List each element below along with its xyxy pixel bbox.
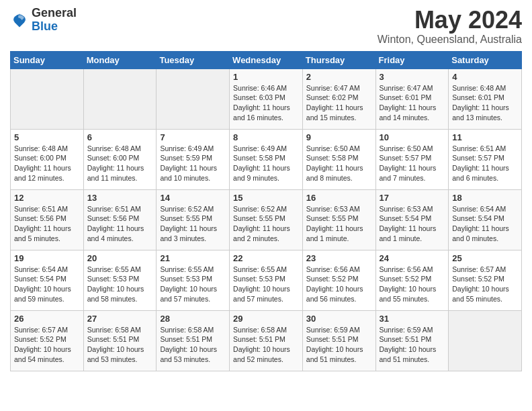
day-detail: Sunrise: 6:49 AM Sunset: 5:59 PM Dayligh… [160,144,226,183]
logo-blue: Blue [32,19,58,33]
calendar-cell: 19Sunrise: 6:54 AM Sunset: 5:54 PM Dayli… [11,250,84,310]
calendar-cell: 3Sunrise: 6:47 AM Sunset: 6:01 PM Daylig… [375,68,449,129]
calendar-cell: 18Sunrise: 6:54 AM Sunset: 5:54 PM Dayli… [449,189,522,250]
day-detail: Sunrise: 6:47 AM Sunset: 6:02 PM Dayligh… [306,83,372,123]
day-detail: Sunrise: 6:54 AM Sunset: 5:54 PM Dayligh… [14,265,80,304]
calendar-header: SundayMondayTuesdayWednesdayThursdayFrid… [11,51,522,68]
day-detail: Sunrise: 6:52 AM Sunset: 5:55 PM Dayligh… [160,204,226,244]
calendar-cell: 11Sunrise: 6:51 AM Sunset: 5:57 PM Dayli… [449,129,522,189]
calendar-cell: 25Sunrise: 6:57 AM Sunset: 5:52 PM Dayli… [449,250,522,310]
day-number: 7 [160,132,226,142]
day-number: 10 [380,132,445,142]
day-number: 17 [380,193,445,203]
calendar-cell: 21Sunrise: 6:55 AM Sunset: 5:53 PM Dayli… [157,250,230,310]
day-detail: Sunrise: 6:54 AM Sunset: 5:54 PM Dayligh… [452,204,518,244]
subtitle: Winton, Queensland, Australia [378,34,522,46]
calendar-cell: 26Sunrise: 6:57 AM Sunset: 5:52 PM Dayli… [11,310,84,371]
day-number: 13 [87,193,153,203]
day-detail: Sunrise: 6:49 AM Sunset: 5:58 PM Dayligh… [233,144,299,183]
day-detail: Sunrise: 6:53 AM Sunset: 5:54 PM Dayligh… [380,204,445,244]
day-detail: Sunrise: 6:58 AM Sunset: 5:51 PM Dayligh… [233,325,299,365]
calendar-week-3: 12Sunrise: 6:51 AM Sunset: 5:56 PM Dayli… [11,189,522,250]
calendar-cell: 23Sunrise: 6:56 AM Sunset: 5:52 PM Dayli… [302,250,375,310]
day-number: 8 [233,132,299,142]
logo-text: General Blue [32,7,77,34]
day-number: 21 [160,253,226,263]
calendar-cell: 7Sunrise: 6:49 AM Sunset: 5:59 PM Daylig… [157,129,230,189]
calendar-cell: 28Sunrise: 6:58 AM Sunset: 5:51 PM Dayli… [157,310,230,371]
day-detail: Sunrise: 6:50 AM Sunset: 5:57 PM Dayligh… [380,144,445,183]
day-number: 12 [14,193,80,203]
day-detail: Sunrise: 6:58 AM Sunset: 5:51 PM Dayligh… [87,325,153,365]
calendar-cell: 24Sunrise: 6:56 AM Sunset: 5:52 PM Dayli… [375,250,449,310]
calendar-cell: 6Sunrise: 6:48 AM Sunset: 6:00 PM Daylig… [83,129,157,189]
day-detail: Sunrise: 6:48 AM Sunset: 6:00 PM Dayligh… [87,144,153,183]
day-detail: Sunrise: 6:55 AM Sunset: 5:53 PM Dayligh… [160,265,226,304]
calendar-cell: 2Sunrise: 6:47 AM Sunset: 6:02 PM Daylig… [302,68,375,129]
day-detail: Sunrise: 6:57 AM Sunset: 5:52 PM Dayligh… [14,325,80,365]
page-header: General Blue May 2024 Winton, Queensland… [10,7,522,46]
day-number: 28 [160,314,226,324]
calendar-cell: 22Sunrise: 6:55 AM Sunset: 5:53 PM Dayli… [230,250,303,310]
day-detail: Sunrise: 6:51 AM Sunset: 5:57 PM Dayligh… [452,144,518,183]
day-number: 14 [160,193,226,203]
calendar-cell: 5Sunrise: 6:48 AM Sunset: 6:00 PM Daylig… [11,129,84,189]
day-detail: Sunrise: 6:59 AM Sunset: 5:51 PM Dayligh… [306,325,372,365]
day-number: 29 [233,314,299,324]
calendar-cell [11,68,84,129]
calendar-cell: 10Sunrise: 6:50 AM Sunset: 5:57 PM Dayli… [375,129,449,189]
header-row: SundayMondayTuesdayWednesdayThursdayFrid… [11,51,522,68]
day-number: 31 [380,314,445,324]
day-detail: Sunrise: 6:48 AM Sunset: 6:00 PM Dayligh… [14,144,80,183]
calendar-week-2: 5Sunrise: 6:48 AM Sunset: 6:00 PM Daylig… [11,129,522,189]
day-number: 15 [233,193,299,203]
header-day-wednesday: Wednesday [230,51,303,68]
header-day-thursday: Thursday [302,51,375,68]
day-number: 11 [452,132,518,142]
calendar-cell: 17Sunrise: 6:53 AM Sunset: 5:54 PM Dayli… [375,189,449,250]
day-number: 4 [452,72,518,82]
calendar-week-1: 1Sunrise: 6:46 AM Sunset: 6:03 PM Daylig… [11,68,522,129]
logo-icon [10,11,29,30]
day-number: 26 [14,314,80,324]
day-detail: Sunrise: 6:48 AM Sunset: 6:01 PM Dayligh… [452,83,518,123]
logo-general: General [32,6,77,19]
day-detail: Sunrise: 6:47 AM Sunset: 6:01 PM Dayligh… [380,83,445,123]
calendar-cell [83,68,157,129]
calendar-cell: 4Sunrise: 6:48 AM Sunset: 6:01 PM Daylig… [449,68,522,129]
calendar-cell: 1Sunrise: 6:46 AM Sunset: 6:03 PM Daylig… [230,68,303,129]
day-detail: Sunrise: 6:56 AM Sunset: 5:52 PM Dayligh… [380,265,445,304]
day-number: 20 [87,253,153,263]
day-number: 1 [233,72,299,82]
day-detail: Sunrise: 6:53 AM Sunset: 5:55 PM Dayligh… [306,204,372,244]
main-title: May 2024 [378,7,522,34]
calendar-cell: 12Sunrise: 6:51 AM Sunset: 5:56 PM Dayli… [11,189,84,250]
calendar-cell: 16Sunrise: 6:53 AM Sunset: 5:55 PM Dayli… [302,189,375,250]
day-number: 2 [306,72,372,82]
day-number: 16 [306,193,372,203]
calendar-cell: 8Sunrise: 6:49 AM Sunset: 5:58 PM Daylig… [230,129,303,189]
header-day-tuesday: Tuesday [157,51,230,68]
day-number: 5 [14,132,80,142]
day-number: 25 [452,253,518,263]
calendar-cell: 31Sunrise: 6:59 AM Sunset: 5:51 PM Dayli… [375,310,449,371]
day-number: 23 [306,253,372,263]
header-day-saturday: Saturday [449,51,522,68]
day-detail: Sunrise: 6:55 AM Sunset: 5:53 PM Dayligh… [87,265,153,304]
day-detail: Sunrise: 6:51 AM Sunset: 5:56 PM Dayligh… [87,204,153,244]
header-day-sunday: Sunday [11,51,84,68]
day-number: 18 [452,193,518,203]
day-number: 6 [87,132,153,142]
day-number: 27 [87,314,153,324]
day-number: 3 [380,72,445,82]
day-number: 24 [380,253,445,263]
day-detail: Sunrise: 6:58 AM Sunset: 5:51 PM Dayligh… [160,325,226,365]
calendar-week-5: 26Sunrise: 6:57 AM Sunset: 5:52 PM Dayli… [11,310,522,371]
calendar-cell: 14Sunrise: 6:52 AM Sunset: 5:55 PM Dayli… [157,189,230,250]
day-number: 30 [306,314,372,324]
calendar-cell: 30Sunrise: 6:59 AM Sunset: 5:51 PM Dayli… [302,310,375,371]
day-detail: Sunrise: 6:46 AM Sunset: 6:03 PM Dayligh… [233,83,299,123]
calendar-week-4: 19Sunrise: 6:54 AM Sunset: 5:54 PM Dayli… [11,250,522,310]
day-number: 19 [14,253,80,263]
calendar-cell [157,68,230,129]
